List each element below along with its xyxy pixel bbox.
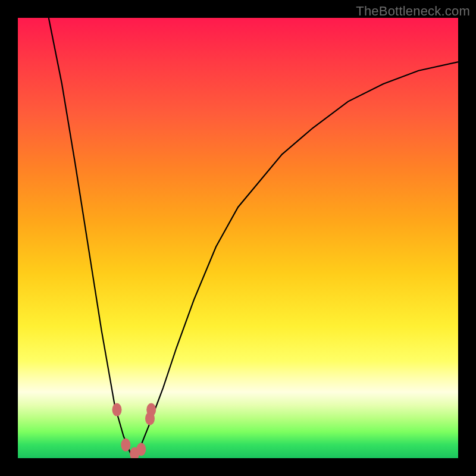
curve-marker <box>112 403 122 416</box>
curve-marker <box>121 439 130 452</box>
curve-markers <box>112 403 156 458</box>
curve-marker <box>146 403 156 416</box>
bottleneck-curve-chart <box>18 18 458 458</box>
plot-frame <box>18 18 458 458</box>
watermark-text: TheBottleneck.com <box>356 4 470 19</box>
curve-path <box>49 18 458 458</box>
curve-marker <box>136 443 146 456</box>
